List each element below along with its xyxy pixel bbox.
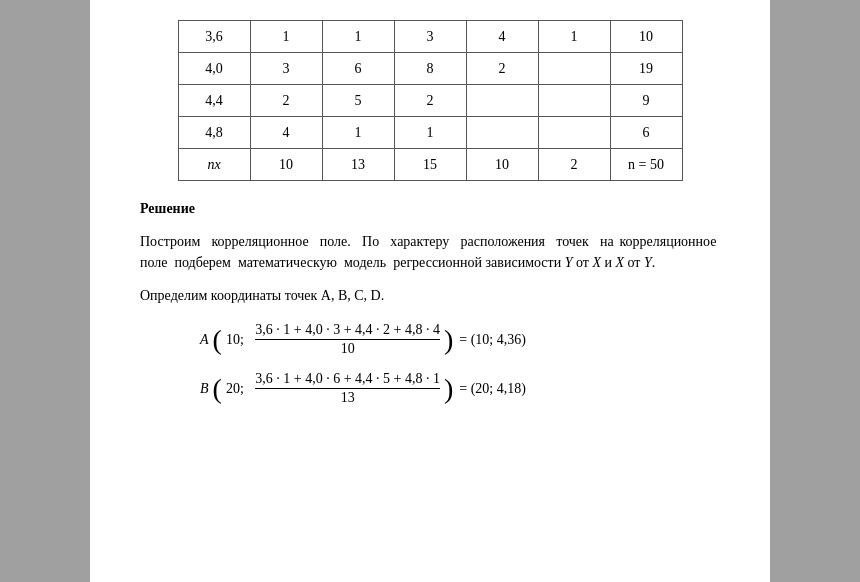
- cell-row2-col3: 8: [394, 53, 466, 85]
- point-a-numerator: 3,6 · 1 + 4,0 · 3 + 4,4 · 2 + 4,8 · 4: [255, 322, 440, 340]
- correlation-table: 3,6 1 1 3 4 1 10 4,0 3 6 8 2 19 4,4 2: [178, 20, 683, 181]
- point-b-arg: 20;: [226, 381, 247, 397]
- cell-row5-col0: nx: [178, 149, 250, 181]
- cell-row5-col4: 10: [466, 149, 538, 181]
- cell-row4-col3: 1: [394, 117, 466, 149]
- point-b-result: = (20; 4,18): [459, 381, 526, 397]
- cell-row1-col2: 1: [322, 21, 394, 53]
- solution-heading: Решение: [140, 201, 720, 217]
- point-a-expression: A ( 10; 3,6 · 1 + 4,0 · 3 + 4,4 · 2 + 4,…: [140, 322, 720, 357]
- point-b-label: B: [200, 381, 209, 397]
- cell-row5-col1: 10: [250, 149, 322, 181]
- table-row: 4,0 3 6 8 2 19: [178, 53, 682, 85]
- cell-row5-col3: 15: [394, 149, 466, 181]
- cell-row1-col1: 1: [250, 21, 322, 53]
- table-row: 3,6 1 1 3 4 1 10: [178, 21, 682, 53]
- table-row: nx 10 13 15 10 2 n = 50: [178, 149, 682, 181]
- point-a-label: A: [200, 332, 209, 348]
- cell-row1-col6: 10: [610, 21, 682, 53]
- cell-row3-col4: [466, 85, 538, 117]
- cell-row4-col0: 4,8: [178, 117, 250, 149]
- cell-row3-col5: [538, 85, 610, 117]
- point-a-result: = (10; 4,36): [459, 332, 526, 348]
- cell-row4-col4: [466, 117, 538, 149]
- point-b-open-paren: (: [213, 375, 222, 403]
- cell-row3-col6: 9: [610, 85, 682, 117]
- table-row: 4,8 4 1 1 6: [178, 117, 682, 149]
- coords-label: Определим координаты точек A, B, C, D.: [140, 285, 720, 306]
- cell-row1-col4: 4: [466, 21, 538, 53]
- cell-row2-col1: 3: [250, 53, 322, 85]
- cell-row1-col3: 3: [394, 21, 466, 53]
- cell-row2-col4: 2: [466, 53, 538, 85]
- cell-row5-col6: n = 50: [610, 149, 682, 181]
- point-a-fraction: 3,6 · 1 + 4,0 · 3 + 4,4 · 2 + 4,8 · 4 10: [255, 322, 440, 357]
- point-b-numerator: 3,6 · 1 + 4,0 · 6 + 4,4 · 5 + 4,8 · 1: [255, 371, 440, 389]
- point-b-denominator: 13: [341, 389, 355, 406]
- cell-row2-col2: 6: [322, 53, 394, 85]
- cell-row2-col0: 4,0: [178, 53, 250, 85]
- solution-paragraph: Построим корреляционное поле. По характе…: [140, 231, 720, 273]
- cell-row3-col2: 5: [322, 85, 394, 117]
- cell-row5-col2: 13: [322, 149, 394, 181]
- point-b-fraction: 3,6 · 1 + 4,0 · 6 + 4,4 · 5 + 4,8 · 1 13: [255, 371, 440, 406]
- cell-row5-col5: 2: [538, 149, 610, 181]
- point-a-open-paren: (: [213, 326, 222, 354]
- cell-row1-col5: 1: [538, 21, 610, 53]
- cell-row2-col5: [538, 53, 610, 85]
- cell-row4-col5: [538, 117, 610, 149]
- cell-row4-col6: 6: [610, 117, 682, 149]
- cell-row3-col3: 2: [394, 85, 466, 117]
- table-row: 4,4 2 5 2 9: [178, 85, 682, 117]
- cell-row2-col6: 19: [610, 53, 682, 85]
- cell-row1-col0: 3,6: [178, 21, 250, 53]
- point-b-close-paren: ): [444, 375, 453, 403]
- page: 3,6 1 1 3 4 1 10 4,0 3 6 8 2 19 4,4 2: [90, 0, 770, 582]
- point-a-arg: 10;: [226, 332, 247, 348]
- cell-row3-col0: 4,4: [178, 85, 250, 117]
- point-a-close-paren: ): [444, 326, 453, 354]
- point-b-expression: B ( 20; 3,6 · 1 + 4,0 · 6 + 4,4 · 5 + 4,…: [140, 371, 720, 406]
- cell-row4-col1: 4: [250, 117, 322, 149]
- cell-row3-col1: 2: [250, 85, 322, 117]
- cell-row4-col2: 1: [322, 117, 394, 149]
- point-a-denominator: 10: [341, 340, 355, 357]
